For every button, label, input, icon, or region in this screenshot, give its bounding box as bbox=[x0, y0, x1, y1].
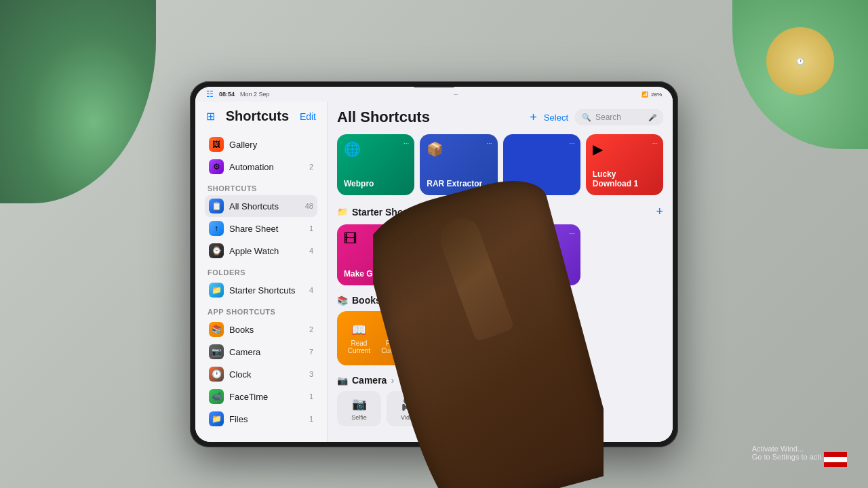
camera-arrow[interactable]: › bbox=[391, 375, 394, 386]
shortcut-card-rar[interactable]: ··· 📦 RAR Extractor bbox=[420, 134, 497, 195]
search-placeholder: Search bbox=[595, 113, 621, 122]
apple-watch-icon: ⌚ bbox=[209, 243, 224, 258]
share-sheet-badge: 1 bbox=[302, 224, 313, 232]
sidebar: ⊞ Shortcuts Edit 🖼 Gallery ⚙ Automation … bbox=[195, 102, 328, 442]
sidebar-item-books[interactable]: 📚 Books 2 bbox=[205, 319, 317, 340]
books-read-current: 📖 ReadCurrent bbox=[348, 323, 370, 354]
rar-label: RAR Extractor bbox=[427, 179, 490, 188]
card-menu-makegif[interactable]: ··· bbox=[403, 230, 409, 237]
sidebar-item-files[interactable]: 📁 Files 1 bbox=[205, 408, 317, 430]
portrait-icon: ƒ bbox=[458, 396, 465, 411]
files-badge: 1 bbox=[302, 415, 313, 423]
starter-section-header: 📁 Starter Shortcuts + bbox=[337, 205, 663, 219]
books-grid: 📖 ReadCurrent 🎧 PlayCurrent bbox=[337, 311, 663, 365]
books-section-header: 📚 Books › bbox=[337, 295, 663, 306]
status-right: 📶 28% bbox=[642, 92, 662, 98]
shortcut-card-blue[interactable]: ··· bbox=[503, 134, 580, 195]
shortcut-card-makegif[interactable]: ··· 🎞 Make GIF bbox=[337, 224, 414, 285]
microphone-icon[interactable]: 🎤 bbox=[648, 114, 656, 121]
shortcut-card-lucky[interactable]: ··· ▶ Lucky Download 1 bbox=[586, 134, 663, 195]
search-bar[interactable]: 🔍 Search 🎤 bbox=[575, 109, 663, 125]
sidebar-panel-icon[interactable]: ⊞ bbox=[206, 110, 215, 123]
apple-watch-badge: 4 bbox=[302, 247, 313, 255]
camera-icon: 📷 bbox=[209, 344, 224, 359]
books-arrow[interactable]: › bbox=[385, 295, 389, 306]
automation-badge: 2 bbox=[302, 163, 313, 171]
sidebar-item-apple-watch[interactable]: ⌚ Apple Watch 4 bbox=[205, 240, 317, 262]
rar-icon: 📦 bbox=[427, 141, 490, 157]
facetime-icon: 📹 bbox=[209, 389, 224, 404]
sidebar-toggle-icon[interactable]: ☷ bbox=[206, 89, 214, 99]
shazam-icon: ✦ bbox=[427, 231, 490, 247]
slomo-label: Slo-Mo bbox=[553, 414, 573, 421]
card-menu-webpro[interactable]: ··· bbox=[403, 140, 409, 147]
sidebar-item-camera[interactable]: 📷 Camera 7 bbox=[205, 341, 317, 363]
starter-section-title: Starter Shortcuts bbox=[352, 207, 429, 218]
sidebar-item-share-sheet[interactable]: ↑ Share Sheet 1 bbox=[205, 218, 317, 239]
clock-icon: 🕐 bbox=[209, 367, 224, 382]
sidebar-item-automation[interactable]: ⚙ Automation 2 bbox=[205, 156, 317, 178]
starter-shortcuts-label: Starter Shortcuts bbox=[229, 285, 297, 296]
shortcut-card-shazam[interactable]: ··· ✦ Shazam shortcut bbox=[420, 224, 497, 285]
battery-text: 28% bbox=[651, 92, 662, 98]
card-menu-rar[interactable]: ··· bbox=[486, 140, 492, 147]
wifi-icon: 📶 bbox=[642, 92, 648, 98]
starter-add-button[interactable]: + bbox=[656, 205, 663, 219]
camera-item-slomo[interactable]: ✳ Slo-Mo bbox=[541, 391, 585, 426]
camera-item-photo[interactable]: 📷 Photo bbox=[492, 391, 536, 426]
selfie-label: Selfie bbox=[351, 414, 367, 421]
camera-label: Camera bbox=[229, 347, 297, 357]
shortcut-card-music[interactable]: ··· ≡ Mus... bbox=[503, 224, 580, 285]
camera-item-video[interactable]: 🎥 Video bbox=[387, 391, 431, 426]
clock-label: Clock bbox=[229, 369, 297, 380]
flag-icon bbox=[823, 451, 848, 468]
empty-card-slot bbox=[586, 224, 663, 285]
ipad-device: ☷ 08:54 Mon 2 Sep ··· 📶 28% ⊞ Shortcuts … bbox=[190, 81, 678, 447]
share-sheet-label: Share Sheet bbox=[229, 224, 297, 234]
card-menu-blue[interactable]: ··· bbox=[569, 140, 574, 147]
music-icon: ≡ bbox=[510, 231, 574, 247]
webpro-label: Webpro bbox=[344, 179, 408, 188]
camera-items-row: 📷 Selfie 🎥 Video ƒ Portrait Selfie � bbox=[337, 391, 663, 426]
shortcut-card-webpro[interactable]: ··· 🌐 Webpro bbox=[337, 134, 414, 195]
camera-section-title: Camera bbox=[352, 375, 387, 386]
status-bar: ☷ 08:54 Mon 2 Sep ··· 📶 28% bbox=[195, 87, 673, 102]
main-header: All Shortcuts + Select 🔍 Search 🎤 bbox=[337, 108, 663, 126]
lucky-label: Lucky Download 1 bbox=[593, 169, 656, 188]
select-button[interactable]: Select bbox=[544, 113, 568, 123]
clock-decoration: 🕐 bbox=[766, 27, 834, 95]
sidebar-item-clock[interactable]: 🕐 Clock 3 bbox=[205, 363, 317, 385]
books-card[interactable]: 📖 ReadCurrent 🎧 PlayCurrent bbox=[337, 311, 414, 365]
selfie-icon: 📷 bbox=[352, 396, 367, 411]
photo-icon: 📷 bbox=[507, 396, 521, 411]
all-shortcuts-icon: 📋 bbox=[209, 199, 224, 214]
books-play-current: 🎧 PlayCurrent bbox=[381, 323, 403, 354]
portrait-label: Portrait Selfie bbox=[443, 413, 479, 420]
camera-item-selfie[interactable]: 📷 Selfie bbox=[337, 391, 381, 426]
camera-badge: 7 bbox=[302, 348, 313, 356]
app-container: ⊞ Shortcuts Edit 🖼 Gallery ⚙ Automation … bbox=[195, 102, 673, 442]
shazam-label: Shazam shortcut bbox=[427, 260, 490, 279]
apple-watch-label: Apple Watch bbox=[229, 246, 297, 256]
facetime-label: FaceTime bbox=[229, 392, 297, 402]
card-menu-shazam[interactable]: ··· bbox=[486, 230, 492, 237]
shortcuts-section-label: Shortcuts bbox=[208, 184, 317, 192]
add-button[interactable]: + bbox=[530, 110, 537, 125]
files-label: Files bbox=[229, 414, 297, 424]
sidebar-edit-button[interactable]: Edit bbox=[300, 111, 316, 122]
starter-title-row: 📁 Starter Shortcuts bbox=[337, 207, 429, 218]
sidebar-item-starter-shortcuts[interactable]: 📁 Starter Shortcuts 4 bbox=[205, 279, 317, 301]
sidebar-item-gallery[interactable]: 🖼 Gallery bbox=[205, 134, 317, 155]
card-menu-lucky[interactable]: ··· bbox=[652, 140, 658, 147]
books-card-inner: 📖 ReadCurrent 🎧 PlayCurrent bbox=[348, 323, 404, 354]
starter-folder-icon: 📁 bbox=[337, 207, 348, 217]
sidebar-item-facetime[interactable]: 📹 FaceTime 1 bbox=[205, 386, 317, 407]
sidebar-item-automation-label: Automation bbox=[229, 162, 297, 172]
sidebar-item-all-shortcuts[interactable]: 📋 All Shortcuts 48 bbox=[205, 195, 317, 217]
clock-badge: 3 bbox=[302, 370, 313, 378]
card-menu-music[interactable]: ··· bbox=[569, 230, 574, 237]
camera-section-header: 📷 Camera › bbox=[337, 375, 663, 386]
automation-icon: ⚙ bbox=[209, 159, 224, 174]
shortcuts-cards-grid: ··· 🌐 Webpro ··· 📦 RAR Extractor ··· bbox=[337, 134, 663, 195]
camera-item-portrait[interactable]: ƒ Portrait Selfie bbox=[436, 391, 486, 426]
